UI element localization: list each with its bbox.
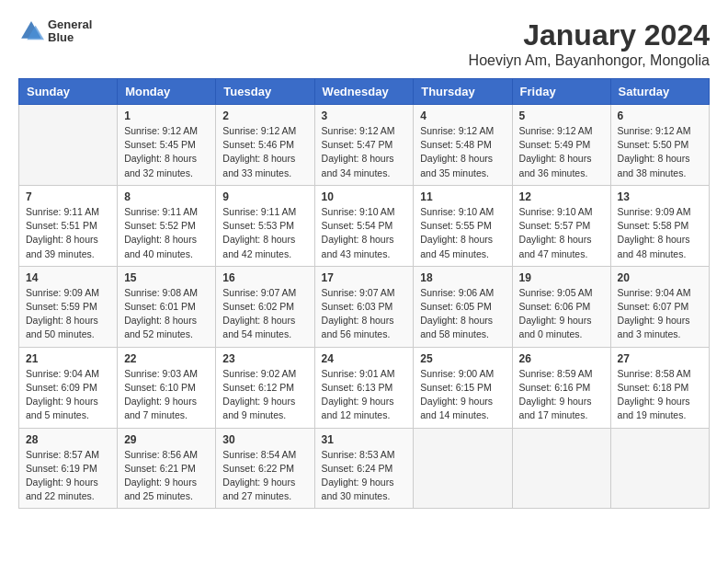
day-number: 31 <box>322 433 407 446</box>
day-cell: 4Sunrise: 9:12 AMSunset: 5:48 PMDaylight… <box>414 105 512 186</box>
day-cell: 21Sunrise: 9:04 AMSunset: 6:09 PMDayligh… <box>19 347 118 428</box>
weekday-header-row: SundayMondayTuesdayWednesdayThursdayFrid… <box>19 79 710 105</box>
day-info: Sunrise: 9:10 AMSunset: 5:54 PMDaylight:… <box>322 205 407 261</box>
day-cell: 10Sunrise: 9:10 AMSunset: 5:54 PMDayligh… <box>314 185 414 266</box>
day-info: Sunrise: 8:59 AMSunset: 6:16 PMDaylight:… <box>519 367 604 423</box>
day-number: 21 <box>26 352 110 365</box>
day-info: Sunrise: 9:00 AMSunset: 6:15 PMDaylight:… <box>420 367 505 423</box>
day-number: 3 <box>322 109 407 122</box>
day-number: 10 <box>322 190 407 203</box>
day-info: Sunrise: 9:12 AMSunset: 5:50 PMDaylight:… <box>618 124 702 180</box>
day-info: Sunrise: 8:56 AMSunset: 6:21 PMDaylight:… <box>124 448 209 504</box>
calendar-subtitle: Hoeviyn Am, Bayanhongor, Mongolia <box>469 52 710 69</box>
day-info: Sunrise: 9:04 AMSunset: 6:09 PMDaylight:… <box>26 367 110 423</box>
day-cell <box>512 428 610 509</box>
day-number: 16 <box>222 271 307 284</box>
day-cell: 16Sunrise: 9:07 AMSunset: 6:02 PMDayligh… <box>216 266 314 347</box>
day-cell: 9Sunrise: 9:11 AMSunset: 5:53 PMDaylight… <box>216 185 314 266</box>
day-number: 27 <box>618 352 702 365</box>
day-number: 6 <box>618 109 702 122</box>
weekday-header-saturday: Saturday <box>610 79 709 105</box>
day-number: 28 <box>26 433 110 446</box>
logo-line1: General <box>48 18 92 31</box>
day-number: 7 <box>26 190 110 203</box>
day-info: Sunrise: 9:11 AMSunset: 5:52 PMDaylight:… <box>124 205 209 261</box>
day-cell: 15Sunrise: 9:08 AMSunset: 6:01 PMDayligh… <box>118 266 216 347</box>
day-number: 22 <box>124 352 209 365</box>
day-info: Sunrise: 9:11 AMSunset: 5:51 PMDaylight:… <box>26 205 110 261</box>
day-cell: 19Sunrise: 9:05 AMSunset: 6:06 PMDayligh… <box>512 266 610 347</box>
day-cell: 3Sunrise: 9:12 AMSunset: 5:47 PMDaylight… <box>314 105 414 186</box>
day-number: 11 <box>420 190 505 203</box>
week-row-1: 1Sunrise: 9:12 AMSunset: 5:45 PMDaylight… <box>19 105 710 186</box>
day-cell: 31Sunrise: 8:53 AMSunset: 6:24 PMDayligh… <box>314 428 414 509</box>
day-number: 8 <box>124 190 209 203</box>
day-info: Sunrise: 9:06 AMSunset: 6:05 PMDaylight:… <box>420 286 505 342</box>
day-cell: 27Sunrise: 8:58 AMSunset: 6:18 PMDayligh… <box>610 347 709 428</box>
week-row-2: 7Sunrise: 9:11 AMSunset: 5:51 PMDaylight… <box>19 185 710 266</box>
day-info: Sunrise: 9:02 AMSunset: 6:12 PMDaylight:… <box>222 367 307 423</box>
day-info: Sunrise: 9:07 AMSunset: 6:02 PMDaylight:… <box>222 286 307 342</box>
day-number: 24 <box>322 352 407 365</box>
weekday-header-sunday: Sunday <box>19 79 118 105</box>
day-info: Sunrise: 8:58 AMSunset: 6:18 PMDaylight:… <box>618 367 702 423</box>
day-number: 13 <box>618 190 702 203</box>
day-number: 25 <box>420 352 505 365</box>
day-cell <box>414 428 512 509</box>
weekday-header-wednesday: Wednesday <box>314 79 414 105</box>
day-number: 12 <box>519 190 604 203</box>
weekday-header-friday: Friday <box>512 79 610 105</box>
day-info: Sunrise: 9:09 AMSunset: 5:59 PMDaylight:… <box>26 286 110 342</box>
day-cell: 26Sunrise: 8:59 AMSunset: 6:16 PMDayligh… <box>512 347 610 428</box>
week-row-5: 28Sunrise: 8:57 AMSunset: 6:19 PMDayligh… <box>19 428 710 509</box>
logo-icon <box>18 18 44 44</box>
day-info: Sunrise: 9:11 AMSunset: 5:53 PMDaylight:… <box>222 205 307 261</box>
day-cell <box>610 428 709 509</box>
day-number: 20 <box>618 271 702 284</box>
day-number: 14 <box>26 271 110 284</box>
weekday-header-thursday: Thursday <box>414 79 512 105</box>
day-cell: 7Sunrise: 9:11 AMSunset: 5:51 PMDaylight… <box>19 185 118 266</box>
calendar-table: SundayMondayTuesdayWednesdayThursdayFrid… <box>18 78 710 509</box>
day-cell: 2Sunrise: 9:12 AMSunset: 5:46 PMDaylight… <box>216 105 314 186</box>
day-info: Sunrise: 9:10 AMSunset: 5:55 PMDaylight:… <box>420 205 505 261</box>
weekday-header-tuesday: Tuesday <box>216 79 314 105</box>
day-info: Sunrise: 9:12 AMSunset: 5:49 PMDaylight:… <box>519 124 604 180</box>
logo: General Blue <box>18 18 92 45</box>
day-info: Sunrise: 9:05 AMSunset: 6:06 PMDaylight:… <box>519 286 604 342</box>
day-info: Sunrise: 9:12 AMSunset: 5:46 PMDaylight:… <box>222 124 307 180</box>
week-row-4: 21Sunrise: 9:04 AMSunset: 6:09 PMDayligh… <box>19 347 710 428</box>
day-info: Sunrise: 9:08 AMSunset: 6:01 PMDaylight:… <box>124 286 209 342</box>
day-cell: 25Sunrise: 9:00 AMSunset: 6:15 PMDayligh… <box>414 347 512 428</box>
day-cell: 18Sunrise: 9:06 AMSunset: 6:05 PMDayligh… <box>414 266 512 347</box>
day-cell <box>19 105 118 186</box>
logo-line2: Blue <box>48 31 92 44</box>
day-number: 15 <box>124 271 209 284</box>
day-cell: 12Sunrise: 9:10 AMSunset: 5:57 PMDayligh… <box>512 185 610 266</box>
day-cell: 11Sunrise: 9:10 AMSunset: 5:55 PMDayligh… <box>414 185 512 266</box>
day-info: Sunrise: 9:01 AMSunset: 6:13 PMDaylight:… <box>322 367 407 423</box>
calendar-title: January 2024 <box>469 18 710 52</box>
day-number: 18 <box>420 271 505 284</box>
day-info: Sunrise: 8:53 AMSunset: 6:24 PMDaylight:… <box>322 448 407 504</box>
day-number: 19 <box>519 271 604 284</box>
day-number: 4 <box>420 109 505 122</box>
day-number: 17 <box>322 271 407 284</box>
day-cell: 1Sunrise: 9:12 AMSunset: 5:45 PMDaylight… <box>118 105 216 186</box>
day-number: 2 <box>222 109 307 122</box>
day-number: 9 <box>222 190 307 203</box>
day-cell: 29Sunrise: 8:56 AMSunset: 6:21 PMDayligh… <box>118 428 216 509</box>
day-info: Sunrise: 9:03 AMSunset: 6:10 PMDaylight:… <box>124 367 209 423</box>
day-cell: 8Sunrise: 9:11 AMSunset: 5:52 PMDaylight… <box>118 185 216 266</box>
day-info: Sunrise: 9:12 AMSunset: 5:48 PMDaylight:… <box>420 124 505 180</box>
day-cell: 22Sunrise: 9:03 AMSunset: 6:10 PMDayligh… <box>118 347 216 428</box>
day-cell: 6Sunrise: 9:12 AMSunset: 5:50 PMDaylight… <box>610 105 709 186</box>
week-row-3: 14Sunrise: 9:09 AMSunset: 5:59 PMDayligh… <box>19 266 710 347</box>
day-info: Sunrise: 8:57 AMSunset: 6:19 PMDaylight:… <box>26 448 110 504</box>
day-number: 5 <box>519 109 604 122</box>
title-block: January 2024 Hoeviyn Am, Bayanhongor, Mo… <box>469 18 710 69</box>
day-info: Sunrise: 9:10 AMSunset: 5:57 PMDaylight:… <box>519 205 604 261</box>
day-info: Sunrise: 9:12 AMSunset: 5:47 PMDaylight:… <box>322 124 407 180</box>
day-number: 1 <box>124 109 209 122</box>
day-cell: 14Sunrise: 9:09 AMSunset: 5:59 PMDayligh… <box>19 266 118 347</box>
